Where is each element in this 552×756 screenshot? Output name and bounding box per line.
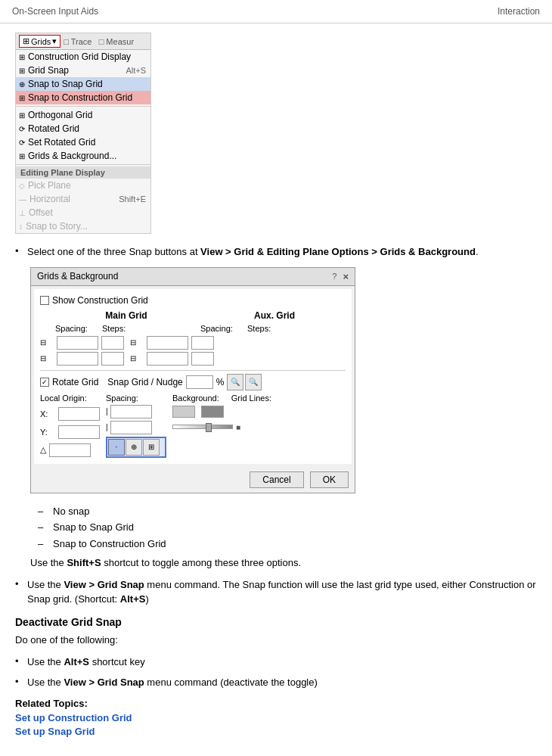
background-color-box[interactable] — [172, 406, 195, 418]
grid-row-icon-x: ⊟ — [40, 338, 54, 347]
snap-story-icon: ↕ — [19, 222, 23, 231]
related-link-1[interactable]: Set up Construction Grid — [15, 712, 537, 723]
pct-input[interactable]: 13 — [186, 375, 213, 389]
deactivate-intro: Do one of the following: — [15, 633, 537, 649]
deactivate-bullet-1: • Use the Alt+S shortcut key — [15, 655, 537, 670]
pick-plane-icon: ◇ — [19, 182, 25, 190]
spacing-v2-icon: | — [106, 423, 108, 431]
menu-item-rotated-grid[interactable]: ⟳ Rotated Grid — [16, 122, 150, 135]
spacing-v1-input[interactable]: 50 — [110, 405, 152, 418]
shortcut-note: Use the Shift+S shortcut to toggle among… — [30, 555, 537, 571]
aux-grid-header: Aux. Grid — [203, 310, 346, 321]
editing-plane-section: Editing Plane Display — [16, 166, 150, 179]
deactivate-dot-1: • — [15, 655, 21, 667]
show-construction-grid-checkbox[interactable] — [40, 296, 49, 305]
color-boxes-row — [172, 406, 346, 418]
menu-divider-1 — [16, 106, 150, 107]
origin-x-row: X: 0 — [40, 407, 100, 421]
y-input[interactable]: 0 — [58, 425, 100, 439]
menu-item-snap-to-snap-grid[interactable]: ⊕ Snap to Snap Grid — [16, 77, 150, 91]
menu-screenshot: ⊞ Grids ▾ □ Trace □ Measur ⊞ Constructio… — [15, 33, 151, 234]
help-button[interactable]: ? — [332, 272, 336, 281]
menu-item-label: Snap to Construction Grid — [28, 92, 132, 103]
ok-button[interactable]: OK — [310, 471, 349, 488]
grid-icon: ⊞ — [23, 36, 29, 46]
aux-spacing-y-input[interactable]: 1000 — [147, 352, 188, 366]
slider-end-icon: ■ — [236, 423, 240, 431]
aux-steps-x-input[interactable]: 2 — [191, 336, 214, 350]
zoom-buttons: 🔍 🔍 — [227, 374, 262, 390]
snap-btn-2[interactable]: ⊕ — [126, 439, 142, 456]
grid-x-row: ⊟ 2000 1 ⊟ 1000 2 — [40, 336, 346, 350]
toolbar-other-items: □ Trace □ Measur — [64, 37, 134, 46]
menu-item-label: Snap to Story... — [26, 221, 88, 232]
menu-item-grid-snap[interactable]: ⊞ Grid Snap Alt+S — [16, 64, 150, 77]
menu-item-label: Orthogonal Grid — [28, 110, 92, 120]
slider-thumb — [206, 423, 212, 432]
header-right: Interaction — [498, 6, 540, 17]
spacing-v2-input[interactable]: 50 — [110, 421, 152, 434]
bg-gridlines-section: Background: Grid Lines: ■ — [172, 394, 346, 458]
spacing-section-label: Spacing: — [106, 394, 166, 403]
dash-symbol-2: – — [38, 520, 47, 535]
set-rotated-icon: ⟳ — [19, 138, 25, 147]
main-steps-y-input[interactable]: 1 — [101, 352, 124, 366]
bottom-section: Local Origin: X: 0 Y: 0 △ 45.00° — [40, 394, 346, 458]
show-construction-grid-row: Show Construction Grid — [40, 295, 346, 306]
aux-spacing-x-input[interactable]: 1000 — [147, 336, 188, 350]
grid-display-icon: ⊞ — [19, 53, 25, 61]
menu-toolbar: ⊞ Grids ▾ □ Trace □ Measur — [16, 33, 150, 50]
related-link-2[interactable]: Set up Snap Grid — [15, 726, 537, 737]
grid-snap-shortcut: Alt+S — [126, 66, 146, 75]
main-spacing-x-input[interactable]: 2000 — [57, 336, 98, 350]
dash-item-2: – Snap to Snap Grid — [38, 520, 537, 535]
dropdown-arrow-icon: ▾ — [52, 36, 57, 46]
bullet-dot-1: • — [15, 245, 21, 257]
spacing-v1-row: | 50 — [106, 405, 166, 418]
page-header: On-Screen Input Aids Interaction — [0, 0, 552, 23]
slider-row: ■ — [172, 423, 346, 431]
zoom-out-button[interactable]: 🔍 — [245, 374, 262, 390]
menu-item-construction-grid-display[interactable]: ⊞ Construction Grid Display — [16, 50, 150, 64]
snap-toggle-buttons: · ⊕ ⊞ — [106, 437, 166, 458]
menu-item-grids-background[interactable]: ⊞ Grids & Background... — [16, 149, 150, 163]
cancel-button[interactable]: Cancel — [250, 471, 303, 488]
menu-divider-2 — [16, 164, 150, 165]
deactivate-text-1: Use the Alt+S shortcut key — [27, 655, 537, 670]
grid-y-row: ⊟ 2000 1 ⊟ 1000 2 — [40, 352, 346, 366]
grids-button[interactable]: ⊞ Grids ▾ — [19, 35, 60, 48]
main-grid-header: Main Grid — [55, 310, 197, 321]
snap-btn-3[interactable]: ⊞ — [143, 439, 160, 456]
snap-grid-nudge-label: Snap Grid / Nudge — [107, 377, 182, 387]
menu-item-set-rotated-grid[interactable]: ⟳ Set Rotated Grid — [16, 135, 150, 149]
menu-item-snap-to-construction-grid[interactable]: ⊞ Snap to Construction Grid — [16, 91, 150, 104]
menu-item-label: Set Rotated Grid — [28, 137, 95, 148]
snap-grid-icon: ⊕ — [19, 80, 25, 89]
dialog-close-button[interactable]: × — [343, 271, 349, 282]
menu-item-snap-to-story: ↕ Snap to Story... — [16, 219, 150, 233]
angle-input[interactable]: 45.00° — [49, 443, 91, 457]
dash-symbol-3: – — [38, 537, 47, 552]
main-steps-x-input[interactable]: 1 — [101, 336, 124, 350]
opacity-slider[interactable] — [172, 425, 233, 429]
main-content: ⊞ Grids ▾ □ Trace □ Measur ⊞ Constructio… — [0, 23, 552, 754]
zoom-in-button[interactable]: 🔍 — [227, 374, 243, 390]
deactivate-dot-2: • — [15, 676, 21, 687]
aux-steps-y-input[interactable]: 2 — [191, 352, 214, 366]
bullet-item-1: • Select one of the three Snap buttons a… — [15, 244, 537, 260]
main-spacing-y-input[interactable]: 2000 — [57, 352, 98, 366]
x-input[interactable]: 0 — [58, 407, 100, 421]
dash-item-label-2: Snap to Snap Grid — [53, 520, 134, 535]
menu-item-orthogonal-grid[interactable]: ⊞ Orthogonal Grid — [16, 108, 150, 122]
menu-item-horizontal: — Horizontal Shift+E — [16, 192, 150, 206]
rotate-grid-checkbox[interactable] — [40, 378, 49, 387]
background-label: Background: — [172, 394, 219, 403]
separator-1 — [40, 370, 346, 371]
spacing-v2-row: | 50 — [106, 421, 166, 434]
snap-btn-1[interactable]: · — [108, 439, 125, 456]
rotate-grid-section: Rotate Grid — [40, 377, 98, 387]
aux-sub-headers: Spacing: Steps: — [200, 324, 346, 333]
grid-snap-icon: ⊞ — [19, 67, 25, 75]
grid-lines-color-box[interactable] — [201, 406, 224, 418]
local-origin-section: Local Origin: X: 0 Y: 0 △ 45.00° — [40, 394, 100, 458]
